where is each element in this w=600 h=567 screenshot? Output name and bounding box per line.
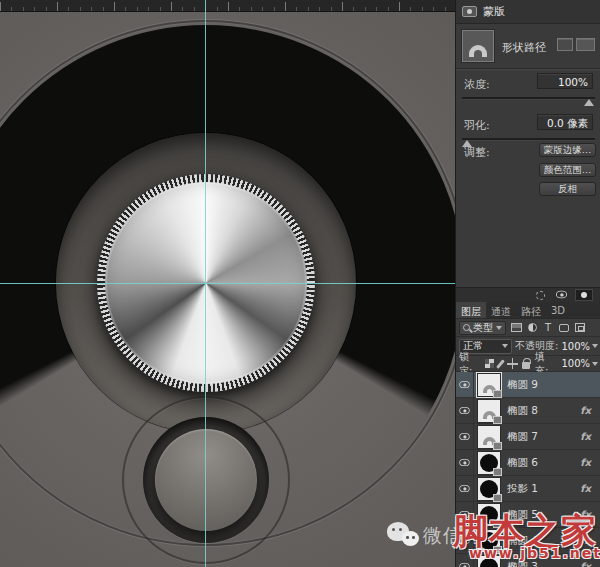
vector-mask-badge (493, 520, 502, 528)
lock-pixels-icon[interactable] (496, 359, 505, 368)
layer-row[interactable]: 椭圆 6 fx (456, 450, 600, 476)
layer-thumbnail[interactable] (478, 478, 500, 500)
chevron-down-icon (502, 344, 508, 348)
density-label: 浓度: (464, 77, 490, 92)
layer-name: 椭圆 6 (507, 456, 580, 470)
eye-icon (459, 459, 469, 466)
chevron-down-icon (592, 362, 598, 366)
add-pixel-mask-button[interactable] (557, 38, 573, 51)
eye-icon (459, 511, 469, 518)
mask-panel-title: 蒙版 (483, 4, 505, 19)
color-range-button[interactable]: 颜色范围… (539, 163, 596, 177)
layer-row[interactable]: 椭圆 8 fx (456, 398, 600, 424)
visibility-toggle[interactable] (456, 372, 474, 397)
layer-thumbnail[interactable] (478, 530, 500, 552)
visibility-toggle[interactable] (456, 450, 474, 475)
guide-horizontal[interactable] (0, 283, 455, 284)
eye-icon (459, 407, 469, 414)
vector-mask-badge (493, 442, 502, 450)
layers-panel: 图层 通道 路径 3D 类型 T 正常 (456, 302, 600, 567)
fx-badge[interactable]: fx (580, 457, 591, 468)
type-layers-filter-icon[interactable]: T (542, 322, 554, 333)
tab-3d[interactable]: 3D (546, 302, 570, 318)
opacity-control[interactable]: 100% (561, 341, 598, 352)
ruler-horizontal[interactable] (0, 0, 455, 12)
filter-kind-label: 类型 (473, 321, 493, 335)
feather-label: 羽化: (464, 118, 490, 133)
visibility-toggle[interactable] (456, 554, 474, 567)
load-selection-icon[interactable] (536, 291, 545, 300)
mask-panel-footer (456, 287, 600, 302)
smart-object-filter-icon[interactable] (574, 322, 586, 333)
fx-badge[interactable]: fx (580, 509, 591, 520)
eye-icon (459, 381, 469, 388)
layer-thumbnail[interactable] (478, 400, 500, 422)
visibility-toggle[interactable] (456, 424, 474, 449)
visibility-toggle[interactable] (456, 502, 474, 527)
tab-channels[interactable]: 通道 (486, 302, 516, 318)
feather-slider[interactable] (462, 138, 595, 141)
vector-mask-badge (493, 468, 502, 476)
layer-name: 椭圆 4 (507, 534, 580, 548)
layer-thumbnail[interactable] (478, 504, 500, 526)
photoshop-workspace: 蒙版 形状路径 浓度: 100% 羽化: 0.0 像素 调整: 蒙版边缘… 颜色… (0, 0, 600, 567)
tab-layers[interactable]: 图层 (456, 302, 486, 318)
mask-thumbnail[interactable] (462, 30, 494, 62)
fx-badge[interactable]: fx (580, 535, 591, 546)
lock-position-icon[interactable] (507, 358, 517, 369)
layer-name: 椭圆 7 (507, 430, 580, 444)
visibility-toggle[interactable] (456, 476, 474, 501)
circle-shape-icon (480, 558, 498, 567)
vector-mask-badge (493, 390, 502, 398)
canvas-area[interactable] (0, 0, 455, 567)
density-slider-thumb[interactable] (584, 99, 594, 106)
fx-badge[interactable]: fx (580, 431, 591, 442)
eye-icon (459, 537, 469, 544)
layer-filter-row: 类型 T (456, 319, 600, 337)
divider (456, 68, 600, 69)
visibility-toggle[interactable] (456, 398, 474, 423)
lock-row: 锁定: 填充: 100% (456, 356, 600, 372)
layer-name: 椭圆 5 (507, 508, 580, 522)
layer-thumbnail[interactable] (478, 556, 500, 567)
lock-all-icon[interactable] (522, 362, 530, 369)
apply-mask-icon[interactable] (575, 289, 593, 301)
lock-transparency-icon[interactable] (485, 359, 493, 368)
fx-badge[interactable]: fx (580, 405, 591, 416)
adjustment-layers-filter-icon[interactable] (526, 322, 538, 333)
layer-name: 投影 1 (507, 482, 580, 496)
add-vector-mask-button[interactable] (576, 38, 595, 51)
layer-thumbnail[interactable] (478, 452, 500, 474)
density-slider[interactable] (462, 97, 595, 100)
mask-panel-icon (462, 6, 477, 17)
adjust-label: 调整: (464, 145, 490, 160)
layer-thumbnail[interactable] (478, 374, 500, 396)
mask-visibility-icon[interactable] (556, 291, 567, 299)
layer-row[interactable]: 投影 1 fx (456, 476, 600, 502)
filter-kind-dropdown[interactable]: 类型 (459, 321, 506, 335)
visibility-toggle[interactable] (456, 528, 474, 553)
layer-row[interactable]: 椭圆 4 fx (456, 528, 600, 554)
layer-thumbnail[interactable] (478, 426, 500, 448)
layer-row[interactable]: 椭圆 9 (456, 372, 600, 398)
density-value[interactable]: 100% (537, 73, 593, 89)
layer-row[interactable]: 椭圆 7 fx (456, 424, 600, 450)
layer-row[interactable]: 椭圆 3 fx (456, 554, 600, 567)
pixel-layers-filter-icon[interactable] (510, 322, 522, 333)
arch-shape-icon (469, 45, 487, 57)
layer-row[interactable]: 椭圆 5 fx (456, 502, 600, 528)
shape-layers-filter-icon[interactable] (558, 322, 570, 333)
mask-edge-button[interactable]: 蒙版边缘… (539, 143, 596, 157)
fx-badge[interactable]: fx (580, 561, 591, 567)
invert-button[interactable]: 反相 (539, 182, 596, 196)
fx-badge[interactable]: fx (580, 483, 591, 494)
eye-icon (459, 563, 469, 567)
mask-kind-label: 形状路径 (502, 40, 546, 55)
layer-name: 椭圆 8 (507, 404, 580, 418)
feather-value[interactable]: 0.0 像素 (537, 114, 593, 130)
fill-control[interactable]: 100% (561, 358, 598, 369)
filter-kind-icon (463, 324, 470, 331)
tab-paths[interactable]: 路径 (516, 302, 546, 318)
chevron-down-icon (592, 344, 598, 348)
eye-icon (459, 433, 469, 440)
